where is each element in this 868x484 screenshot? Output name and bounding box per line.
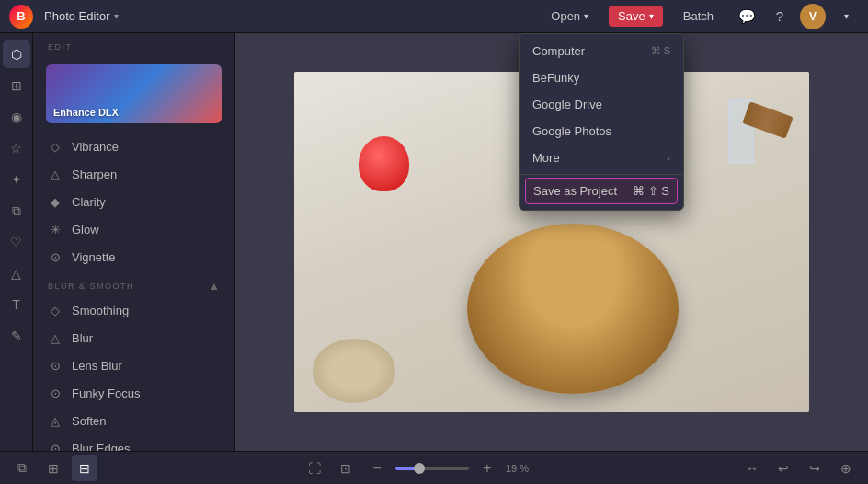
blur-edges-label: Blur Edges (72, 442, 131, 452)
edit-section-label: EDIT (33, 33, 234, 55)
layers-btn[interactable]: ⧉ (9, 455, 35, 481)
funky-focus-icon: ⊙ (48, 386, 63, 400)
save-computer[interactable]: Computer ⌘ S (520, 38, 683, 64)
nav-layers[interactable]: ⧉ (3, 197, 30, 225)
save-dropdown: Computer ⌘ S BeFunky Google Drive Google… (519, 33, 684, 211)
save-more-arrow: › (667, 153, 670, 164)
vibrance-icon: ◇ (48, 139, 63, 154)
lens-blur-label: Lens Blur (72, 359, 122, 373)
avatar[interactable]: V (800, 4, 826, 29)
save-google-photos[interactable]: Google Photos (520, 118, 683, 144)
nav-effects[interactable]: ◉ (3, 103, 30, 131)
avatar-chevron[interactable]: ▾ (833, 4, 859, 29)
save-google-photos-label: Google Photos (532, 124, 611, 138)
nav-ai[interactable]: ✦ (3, 166, 30, 193)
app-name-group[interactable]: Photo Editor ▾ (44, 9, 119, 23)
save-project[interactable]: Save as Project ⌘ ⇧ S (525, 178, 678, 204)
sidebar-item-glow[interactable]: ✳ Glow (33, 215, 234, 243)
topbar: B Photo Editor ▾ Open ▾ Save ▾ Batch 💬 ?… (0, 0, 868, 33)
sidebar-item-funky-focus[interactable]: ⊙ Funky Focus (33, 379, 234, 407)
sidebar-item-vibrance[interactable]: ◇ Vibrance (33, 133, 234, 160)
nav-shapes[interactable]: △ (3, 259, 30, 287)
app-name-chevron: ▾ (114, 11, 119, 21)
lens-blur-icon: ⊙ (48, 358, 63, 373)
enhance-card[interactable]: Enhance DLX (46, 64, 222, 123)
nav-enhance[interactable]: ⬡ (3, 40, 30, 68)
zoom-slider[interactable] (395, 467, 469, 470)
save-project-label: Save as Project (533, 184, 617, 198)
blur-edges-icon: ⊙ (48, 441, 63, 451)
history-btn[interactable]: ⊕ (833, 455, 859, 481)
sidebar-item-clarity[interactable]: ◆ Clarity (33, 188, 234, 215)
glow-label: Glow (72, 223, 99, 236)
vignette-label: Vignette (72, 250, 115, 264)
sharpen-icon: △ (48, 167, 63, 181)
save-more[interactable]: More › (520, 144, 683, 171)
save-befunky[interactable]: BeFunky (520, 64, 683, 91)
soften-icon: ◬ (48, 413, 63, 428)
app-name-label: Photo Editor (44, 9, 110, 23)
nav-text[interactable]: T (3, 291, 30, 318)
nav-touch[interactable]: ✎ (3, 322, 30, 350)
chat-icon-button[interactable]: 💬 (734, 4, 760, 29)
save-project-shortcut: ⌘ ⇧ S (633, 184, 669, 198)
fullscreen-btn[interactable]: ⛶ (302, 455, 327, 481)
sidebar-item-lens-blur[interactable]: ⊙ Lens Blur (33, 351, 234, 379)
zoom-in-btn[interactable]: + (474, 455, 500, 481)
topbar-icons: 💬 ? V ▾ (734, 4, 859, 29)
fit-btn[interactable]: ⊡ (333, 455, 359, 481)
canvas-area: Computer ⌘ S BeFunky Google Drive Google… (235, 33, 868, 451)
clarity-label: Clarity (72, 195, 106, 209)
save-button[interactable]: Save ▾ (609, 6, 663, 27)
blur-section-label: BLUR & SMOOTH ▲ (33, 271, 234, 296)
smoothing-label: Smoothing (72, 304, 129, 317)
app-logo: B (9, 5, 33, 29)
save-befunky-label: BeFunky (532, 71, 579, 85)
frames-btn[interactable]: ⊞ (40, 455, 66, 481)
funky-focus-label: Funky Focus (72, 386, 140, 400)
main-area: ⬡ ⊞ ◉ ☆ ✦ ⧉ ♡ △ T ✎ EDIT Enhance DLX ◇ V… (0, 33, 868, 451)
open-button[interactable]: Open ▾ (542, 6, 598, 27)
mirror-btn[interactable]: ↔ (739, 455, 765, 481)
avatar-letter: V (809, 10, 817, 23)
clarity-icon: ◆ (48, 194, 63, 209)
sidebar-item-sharpen[interactable]: △ Sharpen (33, 160, 234, 188)
glow-icon: ✳ (48, 222, 63, 236)
help-icon-button[interactable]: ? (767, 4, 793, 29)
nav-frames[interactable]: ☆ (3, 134, 30, 162)
undo-btn[interactable]: ↩ (771, 455, 796, 481)
smoothing-icon: ◇ (48, 303, 63, 317)
save-google-drive[interactable]: Google Drive (520, 91, 683, 118)
batch-label: Batch (674, 6, 723, 27)
sharpen-label: Sharpen (72, 167, 117, 181)
blur-label: Blur (72, 331, 93, 345)
soften-label: Soften (72, 414, 107, 428)
grid-btn[interactable]: ⊟ (72, 455, 97, 481)
zoom-out-btn[interactable]: − (364, 455, 390, 481)
sidebar-item-blur-edges[interactable]: ⊙ Blur Edges (33, 434, 234, 451)
enhance-card-label: Enhance DLX (53, 107, 119, 118)
redo-btn[interactable]: ↪ (802, 455, 828, 481)
sidebar-item-blur[interactable]: △ Blur (33, 324, 234, 351)
save-google-drive-label: Google Drive (532, 98, 602, 111)
open-chevron: ▾ (584, 11, 588, 21)
zoom-controls: − + 19 % (364, 455, 535, 481)
sidebar-item-vignette[interactable]: ⊙ Vignette (33, 243, 234, 271)
sidebar-item-smoothing[interactable]: ◇ Smoothing (33, 296, 234, 324)
vignette-icon: ⊙ (48, 249, 63, 264)
sidebar: EDIT Enhance DLX ◇ Vibrance △ Sharpen ◆ … (33, 33, 235, 451)
sidebar-item-soften[interactable]: ◬ Soften (33, 407, 234, 434)
nav-favorites[interactable]: ♡ (3, 228, 30, 256)
blur-collapse-btn[interactable]: ▲ (209, 280, 220, 293)
nav-adjust[interactable]: ⊞ (3, 72, 30, 99)
icon-nav: ⬡ ⊞ ◉ ☆ ✦ ⧉ ♡ △ T ✎ (0, 33, 33, 451)
blur-icon: △ (48, 330, 63, 345)
logo-letter: B (17, 9, 25, 23)
vibrance-label: Vibrance (72, 140, 119, 154)
open-label: Open (551, 9, 580, 23)
save-label: Save (618, 9, 645, 23)
save-computer-label: Computer (532, 44, 585, 58)
zoom-percentage: 19 % (506, 463, 535, 474)
bottombar: ⧉ ⊞ ⊟ ⛶ ⊡ − + 19 % ↔ ↩ ↪ ⊕ (0, 451, 868, 484)
dropdown-divider (520, 174, 683, 175)
